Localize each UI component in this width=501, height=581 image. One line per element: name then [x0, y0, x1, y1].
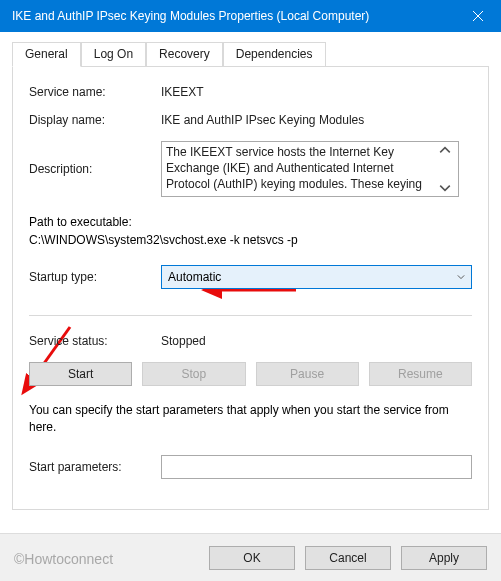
startup-type-select[interactable]: Automatic — [161, 265, 472, 289]
watermark: ©Howtoconnect — [14, 551, 113, 567]
stop-button: Stop — [142, 362, 245, 386]
titlebar: IKE and AuthIP IPsec Keying Modules Prop… — [0, 0, 501, 32]
chevron-up-icon — [439, 144, 451, 156]
description-text: The IKEEXT service hosts the Internet Ke… — [166, 144, 436, 194]
service-name-label: Service name: — [29, 85, 161, 99]
chevron-down-icon — [457, 273, 465, 281]
tab-strip: General Log On Recovery Dependencies — [12, 42, 489, 66]
tab-dependencies[interactable]: Dependencies — [223, 42, 326, 66]
path-value: C:\WINDOWS\system32\svchost.exe -k netsv… — [29, 231, 472, 249]
tab-logon[interactable]: Log On — [81, 42, 146, 66]
display-name-label: Display name: — [29, 113, 161, 127]
start-params-hint: You can specify the start parameters tha… — [29, 402, 472, 437]
divider — [29, 315, 472, 316]
pause-button: Pause — [256, 362, 359, 386]
cancel-button[interactable]: Cancel — [305, 546, 391, 570]
service-status-value: Stopped — [161, 334, 472, 348]
close-icon — [473, 11, 483, 21]
close-button[interactable] — [455, 0, 501, 32]
apply-button[interactable]: Apply — [401, 546, 487, 570]
window-title: IKE and AuthIP IPsec Keying Modules Prop… — [12, 9, 455, 23]
start-params-label: Start parameters: — [29, 460, 161, 474]
service-name-value: IKEEXT — [161, 85, 472, 99]
tab-panel-general: Service name: IKEEXT Display name: IKE a… — [12, 66, 489, 510]
startup-type-value: Automatic — [168, 270, 221, 284]
tab-recovery[interactable]: Recovery — [146, 42, 223, 66]
service-status-label: Service status: — [29, 334, 161, 348]
start-button[interactable]: Start — [29, 362, 132, 386]
description-scrollbar[interactable] — [439, 144, 455, 194]
display-name-value: IKE and AuthIP IPsec Keying Modules — [161, 113, 472, 127]
chevron-down-icon — [439, 182, 451, 194]
path-label: Path to executable: — [29, 213, 472, 231]
resume-button: Resume — [369, 362, 472, 386]
description-box: The IKEEXT service hosts the Internet Ke… — [161, 141, 459, 197]
startup-type-label: Startup type: — [29, 270, 161, 284]
description-label: Description: — [29, 162, 161, 176]
tab-general[interactable]: General — [12, 42, 81, 67]
ok-button[interactable]: OK — [209, 546, 295, 570]
start-params-input[interactable] — [161, 455, 472, 479]
